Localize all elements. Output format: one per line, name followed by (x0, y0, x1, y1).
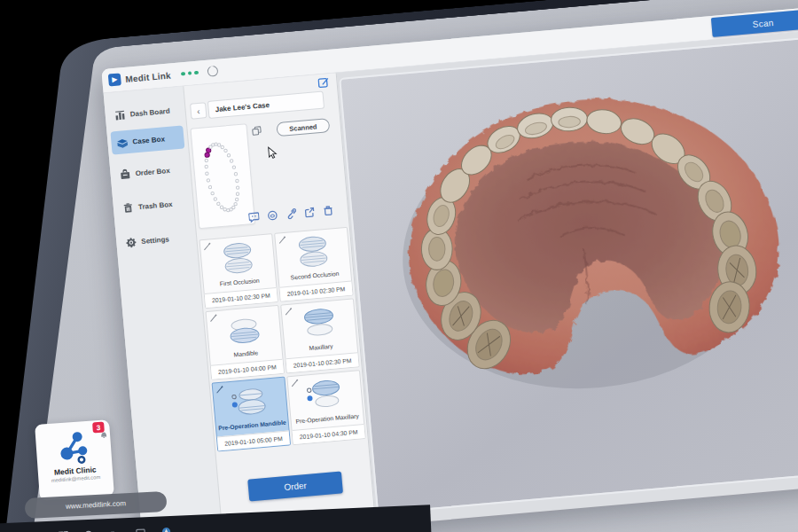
case-card-date: 2019-01-10 04:00 PM (211, 359, 284, 379)
medit-taskbar-icon[interactable] (161, 526, 171, 532)
case-box-icon (116, 136, 129, 148)
status-badge: Scanned (276, 118, 330, 137)
case-card-date: 2019-01-10 02:30 PM (279, 281, 352, 301)
sidebar-item-casebox[interactable]: Case Box (110, 125, 184, 154)
scan-pen-icon (209, 314, 218, 323)
sync-icon[interactable] (207, 66, 218, 77)
occlusion-thumb (292, 232, 333, 270)
back-button[interactable]: ‹ (190, 102, 207, 120)
export-icon[interactable] (304, 207, 316, 218)
medit-clinic-logo-icon (56, 428, 92, 466)
case-card-second-occlusion[interactable]: Second Occlusion 2019-01-10 02:30 PM (274, 227, 353, 302)
maxillary-thumb (298, 304, 340, 341)
sidebar-item-settings[interactable]: Settings (119, 225, 193, 254)
sidebar-item-label: Dash Board (129, 106, 170, 118)
preop-mandible-thumb (229, 382, 270, 419)
sidebar-item-orderbox[interactable]: Order Box (113, 157, 188, 186)
tooth-chart-icon (192, 124, 255, 228)
preop-maxillary-thumb (304, 376, 346, 413)
medit-link-logo-icon: ▶ (108, 73, 121, 86)
dashboard-icon (113, 109, 126, 121)
medit-link-window: ▶ Medit Link Scan Dash Board Case Box Or… (101, 0, 798, 532)
attachment-icon[interactable] (267, 210, 278, 222)
mouse-cursor (268, 145, 278, 160)
dental-scan-model[interactable] (366, 66, 798, 420)
sidebar-item-trashbox[interactable]: Trash Box (116, 191, 191, 220)
tooth-chart-card[interactable] (190, 123, 255, 229)
app-window-icon[interactable] (136, 528, 145, 532)
scan-button[interactable]: Scan (711, 9, 798, 37)
sidebar-item-label: Case Box (132, 135, 165, 145)
folder-icon[interactable] (110, 528, 120, 532)
order-box-icon (119, 168, 131, 180)
sidebar-item-label: Settings (141, 235, 169, 246)
case-card-date: 2019-01-10 04:30 PM (293, 424, 365, 444)
case-card-first-occlusion[interactable]: First Occlusion 2019-01-10 02:30 PM (199, 233, 278, 309)
case-card-date: 2019-01-10 02:30 PM (286, 352, 358, 372)
order-button[interactable]: Order (247, 471, 343, 501)
scan-pen-icon (278, 236, 286, 245)
link-icon[interactable] (286, 208, 297, 220)
medit-clinic-widget[interactable]: 3 Medit Clinic meditlink@medit.com (35, 419, 114, 501)
scan-pen-icon (291, 379, 300, 387)
case-card-preop-mandible[interactable]: Pre-Operation Mandible 2019-01-10 05:00 … (212, 377, 291, 452)
mandible-thumb (223, 311, 264, 348)
monitor-screen: ▶ Medit Link Scan Dash Board Case Box Or… (0, 0, 798, 532)
occlusion-thumb (216, 239, 258, 277)
settings-gear-icon (125, 236, 137, 248)
3d-viewport[interactable] (339, 21, 798, 514)
status-dots-icon (181, 70, 199, 75)
case-card-maxillary[interactable]: Maxillary 2019-01-10 02:30 PM (280, 298, 359, 373)
sidebar-item-label: Order Box (135, 166, 170, 176)
trash-box-icon (121, 201, 134, 214)
scan-pen-icon (215, 386, 224, 395)
edit-case-icon[interactable] (317, 76, 330, 89)
layers-icon[interactable] (252, 126, 262, 137)
sidebar-item-label: Trash Box (138, 200, 173, 210)
case-card-date: 2019-01-10 05:00 PM (217, 430, 290, 450)
case-title: Jake Lee's Case (207, 91, 325, 119)
desktop: ▶ Medit Link Scan Dash Board Case Box Or… (96, 0, 798, 532)
scan-pen-icon (203, 242, 212, 251)
sidebar-item-dashboard[interactable]: Dash Board (108, 98, 183, 128)
case-card-date: 2019-01-10 02:30 PM (205, 287, 278, 308)
app-title: Medit Link (125, 70, 171, 83)
case-card-preop-maxillary[interactable]: Pre-Operation Maxillary 2019-01-10 04:30… (286, 370, 365, 445)
bell-icon (100, 431, 108, 439)
message-icon[interactable] (248, 211, 260, 223)
case-card-mandible[interactable]: Mandible 2019-01-10 04:00 PM (206, 305, 285, 380)
case-card-grid: First Occlusion 2019-01-10 02:30 PM Seco… (199, 227, 366, 452)
scan-pen-icon (285, 308, 293, 317)
delete-icon[interactable] (323, 205, 334, 216)
case-actions (248, 205, 334, 223)
